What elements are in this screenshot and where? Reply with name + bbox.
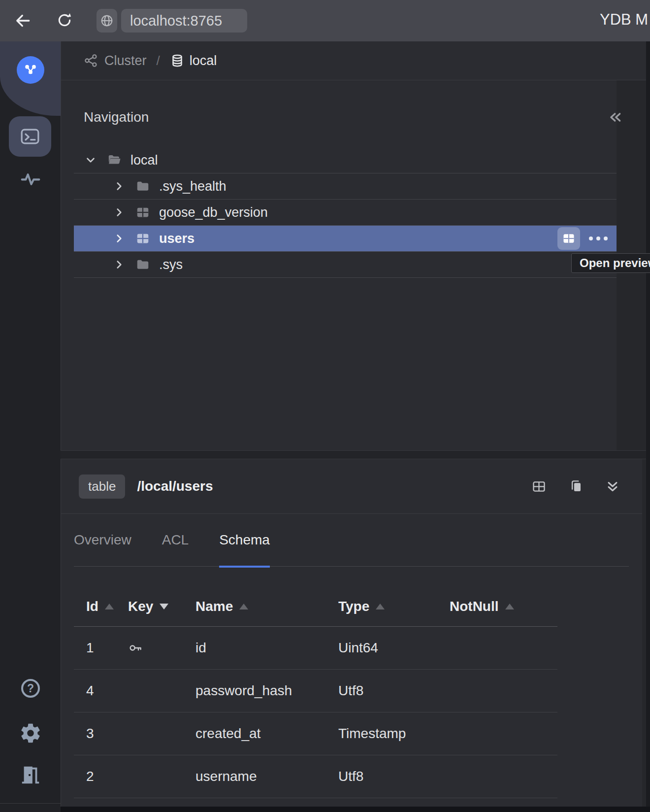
address-bar[interactable]: localhost:8765 [121,9,247,33]
chevron-right-icon[interactable] [113,232,126,245]
column-header-notnull[interactable]: NotNull [450,599,557,614]
ydb-cluster-icon [23,62,38,78]
back-icon[interactable] [14,12,32,30]
column-label: Key [128,599,153,614]
tab-acl[interactable]: ACL [162,514,189,566]
tree-item-label: users [159,231,195,246]
cell-id: 2 [74,769,128,784]
schema-table-header: Id Key Name Type NotNull [74,567,557,627]
open-in-table-button[interactable] [531,478,547,494]
bottom-strip [61,807,650,812]
entity-type-badge: table [79,474,125,499]
sort-asc-icon [376,604,385,609]
collapse-panel-button[interactable] [606,108,623,126]
tree-item-sys[interactable]: .sys [74,252,617,278]
window-edge-strip [646,41,650,812]
cell-name: username [195,769,338,784]
copy-icon [568,479,583,494]
window-title: YDB M [600,11,648,29]
gear-icon [19,722,42,744]
tree-item-label: local [130,153,158,168]
database-cylinder-icon [170,53,185,68]
tree-item-users[interactable]: users [74,226,617,252]
column-header-name[interactable]: Name [195,599,338,614]
pulse-icon [17,169,44,190]
entity-header-bar: table /local/users [61,459,642,514]
app-sidebar: ? [0,41,61,812]
settings-button[interactable] [19,722,42,744]
cell-type: Timestamp [338,726,450,742]
logout-button[interactable] [19,764,42,786]
breadcrumb-database[interactable]: local [170,53,217,68]
question-mark-icon: ? [27,682,34,695]
cell-name: id [195,640,338,656]
double-chevron-left-icon [606,109,623,126]
folder-open-icon [107,153,122,168]
more-actions-button[interactable] [586,237,611,240]
open-preview-tooltip: Open preview [571,253,650,273]
breadcrumb-cluster[interactable]: Cluster [84,53,147,68]
entity-tabs: Overview ACL Schema [74,514,629,567]
tab-schema[interactable]: Schema [219,514,270,566]
sort-asc-icon [105,604,114,609]
schema-row-password-hash: 4 password_hash Utf8 [74,670,557,712]
schema-table: Id Key Name Type NotNull 1 [74,567,557,798]
globe-icon [99,13,114,28]
cell-type: Utf8 [338,683,450,699]
query-editor-button[interactable] [9,116,51,157]
cell-type: Utf8 [338,769,450,784]
monitoring-pulse-button[interactable] [16,168,45,191]
schema-row-id: 1 id Uint64 [74,627,557,670]
folder-icon [135,179,150,194]
chevron-right-icon[interactable] [113,258,126,271]
folder-icon [135,257,150,272]
tree-item-local[interactable]: local [74,147,617,173]
tree-item-sys-health[interactable]: .sys_health [74,173,617,200]
cell-id: 3 [74,726,128,742]
breadcrumb-database-label: local [190,53,217,68]
column-header-id[interactable]: Id [74,599,128,614]
copy-path-button[interactable] [568,478,584,494]
cell-id: 4 [74,683,128,699]
open-preview-button[interactable] [557,227,580,250]
column-header-type[interactable]: Type [338,599,450,614]
site-info-button[interactable] [97,9,117,33]
cluster-nodes-icon [84,53,98,68]
collapse-summary-button[interactable] [605,478,620,494]
panel-splitter[interactable] [61,450,646,459]
tree-item-goose-db-version[interactable]: goose_db_version [74,200,617,226]
sidebar-divider [0,803,61,804]
sort-asc-icon [239,604,248,609]
tree-item-label: goose_db_version [159,205,268,220]
cell-key [128,641,195,655]
double-chevron-down-icon [605,478,620,494]
refresh-icon[interactable] [56,12,73,29]
cell-name: created_at [195,726,338,742]
column-label: Type [338,599,369,614]
breadcrumb-cluster-label: Cluster [104,53,147,68]
help-button[interactable]: ? [21,679,40,698]
breadcrumb-separator: / [157,53,160,68]
schema-row-created-at: 3 created_at Timestamp [74,712,557,755]
ydb-logo[interactable] [17,56,44,84]
ellipsis-dot [604,237,608,240]
column-header-key[interactable]: Key [128,599,195,614]
entity-bar-actions [531,478,620,494]
cell-type: Uint64 [338,640,450,656]
navigation-tree: local .sys_health goose_db_version [74,147,617,278]
entity-path: /local/users [137,478,213,494]
lower-panel-gutter [642,459,646,807]
chevron-right-icon[interactable] [113,206,126,219]
column-label: Id [86,599,98,614]
tree-item-label: .sys [159,257,183,272]
table-grid-icon [531,479,547,494]
terminal-icon [19,125,41,148]
cell-id: 1 [74,640,128,656]
tab-overview[interactable]: Overview [74,514,131,566]
ellipsis-dot [596,237,600,240]
chevron-right-icon[interactable] [113,180,126,193]
column-label: NotNull [450,599,499,614]
url-text: localhost:8765 [130,13,222,29]
chevron-down-icon[interactable] [84,154,97,167]
ydb-monitoring-window: localhost:8765 YDB M [0,0,650,812]
